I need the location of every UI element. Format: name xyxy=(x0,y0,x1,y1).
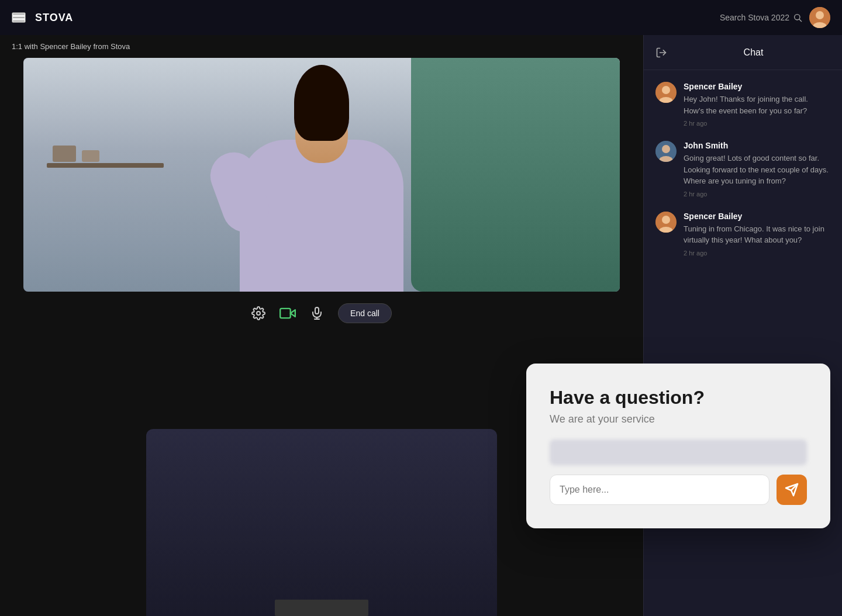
message-text-1: Hey John! Thanks for joining the call. H… xyxy=(684,94,830,116)
chat-panel: Chat Spencer Bailey Hey John! Thanks for… xyxy=(643,35,842,616)
svg-marker-6 xyxy=(291,310,295,317)
main-content: 1:1 with Spencer Bailey from Stova xyxy=(0,35,842,616)
svg-point-5 xyxy=(257,312,260,315)
chat-message: Spencer Bailey Hey John! Thanks for join… xyxy=(655,82,830,127)
chat-messages: Spencer Bailey Hey John! Thanks for join… xyxy=(644,70,842,616)
mic-button[interactable] xyxy=(310,306,324,320)
question-subtitle: We are at your service xyxy=(550,413,807,425)
svg-point-16 xyxy=(662,145,670,153)
mic-icon xyxy=(310,306,324,320)
message-content-1: Spencer Bailey Hey John! Thanks for join… xyxy=(684,82,830,127)
search-label: Search Stova 2022 xyxy=(720,13,789,22)
message-text-3: Tuning in from Chicago. It was nice to j… xyxy=(684,223,830,246)
video-container xyxy=(23,58,620,292)
settings-icon xyxy=(251,306,265,320)
avatar-spencer-1 xyxy=(655,82,677,103)
avatar-john xyxy=(655,141,677,162)
svg-point-3 xyxy=(816,11,824,19)
app-logo: STOVA xyxy=(35,12,73,24)
video-background xyxy=(23,58,620,292)
avatar-john-image xyxy=(655,141,677,162)
end-call-button[interactable]: End call xyxy=(338,303,392,323)
avatar-spencer-image-2 xyxy=(655,212,677,233)
message-content-3: Spencer Bailey Tuning in from Chicago. I… xyxy=(684,212,830,257)
message-time-2: 2 hr ago xyxy=(684,191,830,198)
chat-message: John Smith Going great! Lots of good con… xyxy=(655,141,830,198)
question-popup: Have a question? We are at your service xyxy=(526,364,830,528)
svg-rect-7 xyxy=(280,309,291,318)
message-time-3: 2 hr ago xyxy=(684,250,830,257)
exit-chat-button[interactable] xyxy=(655,47,667,58)
nav-left: STOVA xyxy=(12,12,73,24)
person-silhouette xyxy=(228,58,415,292)
chat-message: Spencer Bailey Tuning in from Chicago. I… xyxy=(655,212,830,257)
avatar-image xyxy=(809,7,830,28)
message-sender-1: Spencer Bailey xyxy=(684,82,830,91)
hamburger-menu[interactable] xyxy=(12,12,26,23)
video-title: 1:1 with Spencer Bailey from Stova xyxy=(0,35,643,58)
curtain-decoration xyxy=(411,58,620,292)
monitor-body xyxy=(146,429,497,616)
person-body xyxy=(240,140,403,292)
svg-rect-8 xyxy=(315,307,319,314)
svg-point-19 xyxy=(662,216,670,224)
search-icon xyxy=(793,13,802,22)
message-text-2: Going great! Lots of good content so far… xyxy=(684,153,830,187)
camera-button[interactable] xyxy=(279,305,296,321)
shelf-decoration xyxy=(47,163,164,168)
monitor-stand xyxy=(275,600,368,616)
chat-header: Chat xyxy=(644,35,842,70)
camera-icon xyxy=(279,305,296,321)
blurred-input-decoration xyxy=(550,439,807,465)
message-sender-2: John Smith xyxy=(684,141,830,150)
question-input[interactable] xyxy=(550,475,769,505)
send-icon xyxy=(785,483,799,497)
message-time-1: 2 hr ago xyxy=(684,120,830,127)
top-navigation: STOVA Search Stova 2022 xyxy=(0,0,842,35)
svg-line-1 xyxy=(799,19,802,22)
question-title: Have a question? xyxy=(550,387,807,409)
search-area[interactable]: Search Stova 2022 xyxy=(720,13,802,22)
message-content-2: John Smith Going great! Lots of good con… xyxy=(684,141,830,198)
video-area: 1:1 with Spencer Bailey from Stova xyxy=(0,35,643,616)
question-input-area xyxy=(550,475,807,505)
nav-right: Search Stova 2022 xyxy=(720,7,830,28)
chat-title: Chat xyxy=(677,47,830,58)
avatar-spencer-image-1 xyxy=(655,82,677,103)
exit-chat-icon xyxy=(655,47,667,58)
question-send-button[interactable] xyxy=(777,475,807,505)
avatar-spencer-2 xyxy=(655,212,677,233)
video-controls: End call xyxy=(0,292,643,335)
svg-point-13 xyxy=(662,86,670,94)
message-sender-3: Spencer Bailey xyxy=(684,212,830,221)
avatar[interactable] xyxy=(809,7,830,28)
settings-button[interactable] xyxy=(251,306,265,320)
person-hair xyxy=(294,65,349,141)
